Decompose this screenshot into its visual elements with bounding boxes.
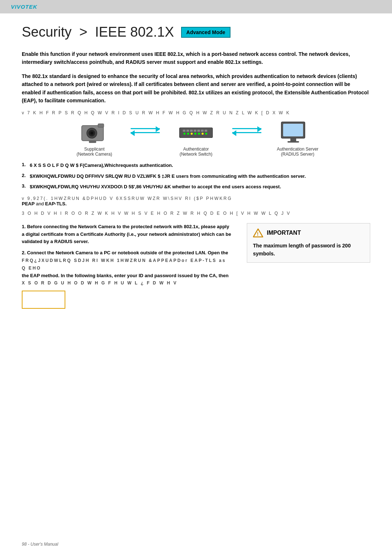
arrows-mid-to-right <box>229 128 265 133</box>
list-item-2-text: $XWKHQWLFDWRU DQ DFFHVV SRLQW RU D VZLWF… <box>30 173 306 180</box>
important-text: The maximum length of password is 200 sy… <box>253 242 364 258</box>
description-paragraph-1: Enable this function if your network env… <box>22 50 370 66</box>
step-1: 1. Before connecting the Network Camera … <box>22 223 232 246</box>
list-item-1-text: 6 X S S O L F D Q W $ F(Camera),Whichreq… <box>30 162 173 169</box>
authenticator-label: Authenticator (Network Switch) <box>180 147 213 157</box>
camera-icon <box>76 119 113 144</box>
important-title: IMPORTANT <box>267 230 301 236</box>
main-content: Security > IEEE 802.1X Advanced Mode Ena… <box>0 13 392 323</box>
svg-point-3 <box>90 132 93 135</box>
step-2: 2. Connect the Network Camera to a PC or… <box>22 249 232 287</box>
breadcrumb-security: Security <box>22 24 72 40</box>
arrow-left-2 <box>232 132 261 133</box>
placeholder-input-box[interactable] <box>22 291 65 309</box>
note-peap: PEAP <box>22 201 34 206</box>
diagram-node-supplicant: Supplicant (Network Camera) <box>62 119 127 157</box>
list-item-3: 3. $XWKHQWLFDWLRQ VHUYHU XVXDOO\ D 5$',8… <box>22 183 370 190</box>
svg-rect-5 <box>89 141 96 143</box>
svg-rect-22 <box>283 124 303 136</box>
footer-text: 98 - User's Manual <box>22 542 58 547</box>
svg-point-19 <box>201 133 203 135</box>
network-diagram: Supplicant (Network Camera) <box>22 119 370 157</box>
title-row: Security > IEEE 802.1X Advanced Mode <box>22 24 370 40</box>
important-header: ! IMPORTANT <box>253 228 364 238</box>
svg-rect-10 <box>194 130 196 131</box>
note-scrambled: v 9,927(. 1HWZRUN &DPHUD V 6XSSRUW WZR W… <box>22 196 232 201</box>
header-bar: VIVOTEK <box>0 0 392 13</box>
svg-point-18 <box>198 133 200 135</box>
svg-rect-24 <box>287 141 299 143</box>
auth-server-label: Authentication Server (RADIUS Server) <box>277 147 319 157</box>
switch-icon <box>178 119 214 144</box>
diagram-label: v 7 K H F R P S R Q H Q W V R I D S U R … <box>22 110 370 115</box>
arrows-left-to-mid <box>127 128 163 133</box>
numbered-list: 1. 6 X S S O L F D Q W $ F(Camera),Which… <box>22 162 370 190</box>
brand-logo: VIVOTEK <box>11 4 37 10</box>
svg-point-20 <box>205 133 207 135</box>
svg-rect-13 <box>205 130 207 131</box>
svg-point-16 <box>191 133 192 135</box>
svg-rect-6 <box>180 128 213 138</box>
arrow-left-1 <box>131 132 160 133</box>
server-icon <box>279 119 316 144</box>
arrow-right-2 <box>232 128 261 129</box>
diagram-node-auth-server: Authentication Server (RADIUS Server) <box>265 119 330 157</box>
svg-point-15 <box>187 133 189 135</box>
svg-rect-23 <box>290 138 296 141</box>
list-item-2: 2. $XWKHQWLFDWRU DQ DFFHVV SRLQW RU D VZ… <box>22 173 370 180</box>
bottom-section: 1. Before connecting the Network Camera … <box>22 223 370 309</box>
breadcrumb-page: IEEE 802.1X <box>95 24 174 40</box>
svg-rect-8 <box>187 130 189 131</box>
important-box: ! IMPORTANT The maximum length of passwo… <box>247 223 370 263</box>
supplicant-label: Supplicant (Network Camera) <box>77 147 112 157</box>
advanced-mode-button[interactable]: Advanced Mode <box>181 27 230 38</box>
note-line: v 9,927(. 1HWZRUN &DPHUD V 6XSSRUW WZR W… <box>22 196 370 206</box>
svg-rect-12 <box>201 130 204 131</box>
svg-point-17 <box>194 133 196 135</box>
svg-text:!: ! <box>257 231 259 237</box>
list-item-1: 1. 6 X S S O L F D Q W $ F(Camera),Which… <box>22 162 370 169</box>
page-title: Security > IEEE 802.1X <box>22 24 174 40</box>
svg-rect-11 <box>197 130 200 131</box>
steps-label: 3 O H D V H I R O O R Z W K H V W H S V … <box>22 211 370 216</box>
svg-rect-7 <box>183 130 185 131</box>
svg-point-14 <box>183 133 185 135</box>
footer: 98 - User's Manual <box>22 542 58 547</box>
arrow-right-1 <box>131 128 160 129</box>
right-column: ! IMPORTANT The maximum length of passwo… <box>247 223 370 268</box>
description-paragraph-2: The 802.1x standard is designed to enhan… <box>22 72 370 105</box>
list-item-3-text: $XWKHQWLFDWLRQ VHUYHU XVXDOO\ D 5$',86 V… <box>30 183 281 190</box>
note-eaptls: EAP-TLS. <box>45 201 66 206</box>
left-column: 1. Before connecting the Network Camera … <box>22 223 232 309</box>
step-2-scrambled2: X S O R D G U H O D W H G F H U W L ¿ F … <box>22 280 177 286</box>
diagram-node-authenticator: Authenticator (Network Switch) <box>163 119 229 157</box>
warning-icon: ! <box>253 228 263 238</box>
step-2-scrambled: FRQ¿JXUDWLRQ SDJH RI WKH 1HWZRUN &APPEAP… <box>22 258 226 271</box>
note-and: and <box>36 201 44 206</box>
svg-rect-9 <box>190 130 193 131</box>
svg-rect-4 <box>98 124 104 127</box>
